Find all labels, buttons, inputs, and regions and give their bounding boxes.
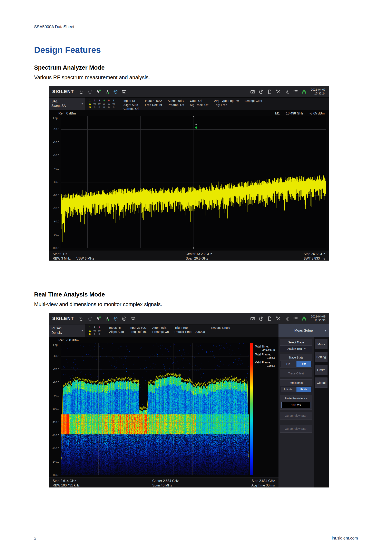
persistence-toggle: Infinite Finite bbox=[280, 386, 312, 393]
finite-persistence-group: Finite Persistence 100 ms bbox=[280, 395, 312, 410]
trace-mode: W bbox=[89, 103, 91, 106]
touch-point-icon[interactable] bbox=[105, 89, 110, 94]
settings-icon[interactable] bbox=[284, 316, 289, 321]
settings-group-1[interactable]: Input Z: 50ΩFreq Ref: Int bbox=[145, 97, 162, 110]
y-axis-tick: -100.0 bbox=[50, 247, 59, 249]
y-axis-tick: -90.0 bbox=[50, 394, 59, 397]
on-screen-keyboard-icon[interactable] bbox=[130, 316, 135, 321]
sidebar-tab-global[interactable]: Global bbox=[315, 377, 328, 388]
trace-indicator-1[interactable]: 1WP bbox=[89, 326, 91, 337]
y-axis-tick: -60.0 bbox=[50, 194, 59, 197]
settings-group-3[interactable]: Gate: OffSig Track: Off bbox=[190, 97, 209, 110]
y-axis-tick: -60.0 bbox=[50, 354, 59, 358]
trace-offset-button[interactable]: Trace Offset bbox=[280, 370, 312, 377]
persistence-infinite-button[interactable]: Infinite bbox=[281, 387, 296, 392]
trace-indicator-1[interactable]: 1WN bbox=[89, 99, 91, 110]
trace-mode: W bbox=[108, 103, 110, 106]
cursor-icon[interactable] bbox=[96, 89, 101, 94]
settings-line: Preamp: Off bbox=[168, 103, 184, 107]
valid-frame-value: 11653 bbox=[255, 364, 275, 367]
meas-setup-header[interactable]: Meas Setup ▾ bbox=[279, 324, 329, 337]
sa-plot-row: Log ▼ ▲ -10.0-20.0-30.0-40.0-50.0-60.0-7… bbox=[49, 116, 329, 248]
settings-groups: Input: RFAlign: AutoInput Z: 50ΩFreq Ref… bbox=[104, 325, 230, 337]
sidebar-tab-limits[interactable]: Limits bbox=[315, 365, 328, 375]
trace-indicator-3[interactable]: 3WP bbox=[98, 326, 101, 337]
settings-group-5[interactable]: Sweep: Cont bbox=[245, 97, 262, 110]
vbw-value: VBW 3 MHz bbox=[76, 257, 94, 260]
siglent-logo: SIGLENT bbox=[52, 89, 74, 94]
touch-point-icon[interactable] bbox=[105, 316, 110, 321]
redo-icon[interactable] bbox=[87, 89, 92, 94]
settings-group-3[interactable]: Trig: FreePersist Time: 100000s bbox=[175, 325, 205, 337]
trace-indicator-3[interactable]: 3WP bbox=[98, 99, 101, 110]
mode-name: SA1 bbox=[51, 99, 66, 104]
network-icon[interactable] bbox=[301, 316, 307, 321]
trace-indicator-2[interactable]: 2WP bbox=[93, 326, 96, 337]
sa-graticule: Log ▼ ▲ -10.0-20.0-30.0-40.0-50.0-60.0-7… bbox=[61, 116, 326, 248]
trace-state-off-button[interactable]: Off bbox=[296, 361, 312, 367]
trace-indicator-4[interactable]: 4WP bbox=[103, 99, 105, 110]
ogram-view-start-button-2[interactable]: Ogram View Start bbox=[280, 425, 312, 433]
y-axis-tick: -30.0 bbox=[50, 154, 59, 157]
settings-line: Atten: 0dB bbox=[152, 326, 169, 330]
help-icon[interactable] bbox=[259, 316, 264, 321]
finite-persistence-label: Finite Persistence bbox=[280, 395, 312, 401]
network-icon[interactable] bbox=[301, 89, 307, 94]
on-screen-keyboard-icon[interactable] bbox=[122, 89, 127, 94]
sidebar-tab-setting[interactable]: Setting bbox=[315, 352, 328, 362]
settings-line: Trig: Free bbox=[214, 103, 239, 107]
chevron-down-icon: ▾ bbox=[325, 329, 326, 332]
persistence-finite-button[interactable]: Finite bbox=[296, 387, 312, 392]
y-axis-tick: -70.0 bbox=[50, 207, 59, 210]
tools-icon[interactable] bbox=[276, 89, 281, 94]
y-axis-tick: -10.0 bbox=[50, 128, 59, 131]
settings-icon[interactable] bbox=[284, 89, 289, 94]
screenshot-icon[interactable] bbox=[250, 89, 255, 94]
screenshot-icon[interactable] bbox=[250, 316, 255, 321]
trace-detector: P bbox=[93, 333, 96, 336]
menu-icon[interactable] bbox=[293, 89, 298, 94]
trace-indicator-6[interactable]: 6WP bbox=[112, 99, 115, 110]
rtsa-plot-area: Ref-50 dBm Log -60.0-70.0-80.0-90.0-100.… bbox=[49, 337, 279, 487]
settings-line: Preamp: On bbox=[152, 330, 169, 334]
redo-icon[interactable] bbox=[87, 316, 92, 321]
help-icon[interactable] bbox=[259, 89, 264, 94]
settings-group-1[interactable]: Input Z: 50ΩFreq Ref: Int bbox=[130, 325, 147, 337]
pause-icon[interactable] bbox=[122, 316, 127, 321]
mode-selector[interactable]: SA1 Swept SA ▾ bbox=[49, 97, 85, 110]
density-color-scale bbox=[250, 343, 253, 475]
file-icon[interactable] bbox=[267, 89, 272, 94]
trace-state-label: Trace State bbox=[280, 354, 312, 360]
datasheet-page: SSA5000A DataSheet Design Features Spect… bbox=[0, 0, 392, 554]
menu-icon[interactable] bbox=[293, 316, 298, 321]
display-trace-dropdown[interactable]: Display Trc1 ▾ bbox=[280, 346, 312, 352]
cursor-icon[interactable] bbox=[96, 316, 101, 321]
ref-value: -50 dBm bbox=[66, 339, 79, 342]
time-text: 15:32:24 bbox=[311, 92, 325, 96]
section-body-rtsa: Multi-view and dimensions to monitor com… bbox=[34, 301, 358, 307]
trace-detector: P bbox=[108, 106, 110, 109]
history-icon[interactable] bbox=[113, 89, 118, 94]
history-icon[interactable] bbox=[113, 316, 118, 321]
settings-group-0[interactable]: Input: RFAlign: AutoCorrect: Off bbox=[124, 97, 139, 110]
settings-group-2[interactable]: Atten: 20dBPreamp: Off bbox=[168, 97, 184, 110]
undo-icon[interactable] bbox=[79, 316, 84, 321]
trace-indicator-5[interactable]: 5WP bbox=[108, 99, 110, 110]
time-text: 11:35:56 bbox=[311, 319, 325, 322]
y-axis-tick: -80.0 bbox=[50, 220, 59, 223]
settings-group-4[interactable]: Sweep: Single bbox=[210, 325, 230, 337]
finite-persistence-input[interactable]: 100 ms bbox=[281, 402, 311, 408]
tools-icon[interactable] bbox=[276, 316, 281, 321]
mode-selector[interactable]: RTSA1 Density ▾ bbox=[49, 325, 85, 337]
undo-icon[interactable] bbox=[79, 89, 84, 94]
settings-group-0[interactable]: Input: RFAlign: Auto bbox=[109, 325, 124, 337]
file-icon[interactable] bbox=[267, 316, 272, 321]
settings-group-4[interactable]: Avg Type: Log-PwTrig: Free bbox=[214, 97, 239, 110]
sidebar-tab-meas[interactable]: Meas bbox=[315, 339, 328, 349]
ogram-view-start-button-1[interactable]: Ogram View Start bbox=[280, 412, 312, 420]
trace-state-on-button[interactable]: On bbox=[281, 361, 296, 367]
footer-site-link[interactable]: int.siglent.com bbox=[332, 536, 358, 540]
settings-group-2[interactable]: Atten: 0dBPreamp: On bbox=[152, 325, 169, 337]
trace-indicator-2[interactable]: 2WP bbox=[93, 99, 96, 110]
trace-state-toggle: On Off bbox=[280, 360, 312, 367]
